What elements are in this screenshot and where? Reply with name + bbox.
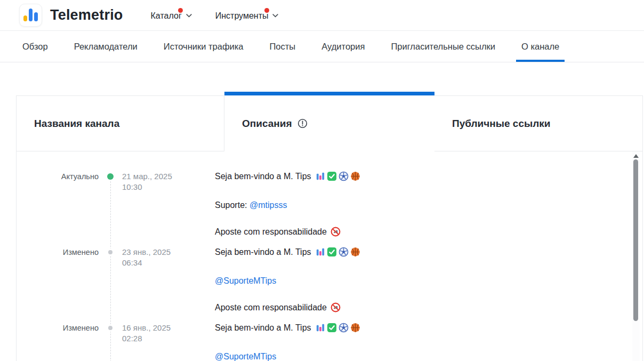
date-time: 23 янв., 202506:34 [122,246,215,316]
tab-traffic-sources[interactable]: Источники трафика [158,31,249,62]
description-line: @SuporteMTips [215,351,642,361]
timeline-row: Актуально21 мар., 202510:30Seja bem-vind… [17,171,642,240]
description-line: Aposte com responsabilidade 18 [215,302,642,316]
descriptions-timeline: Актуально21 мар., 202510:30Seja bem-vind… [17,151,642,361]
app-header: Telemetrio Каталог Инструменты [0,0,644,31]
date: 16 янв., 2025 [122,323,215,333]
basketball-emoji [350,323,360,336]
check-mark-emoji [327,247,337,260]
chevron-down-icon [186,14,192,18]
logo-bar-blue-tall [29,9,33,21]
soccer-ball-emoji [339,323,349,336]
bar-chart-emoji [315,247,325,260]
nav-catalog-label: Каталог [151,11,182,21]
description-text: Seja bem-vindo a M. Tips @SuporteMTips [215,322,642,361]
telemetrio-logo[interactable]: Telemetrio [19,4,123,27]
time: 02:28 [122,333,215,344]
description-line: Suporte: @mtipsss [215,199,642,211]
descriptions-content: Актуально21 мар., 202510:30Seja bem-vind… [16,151,643,361]
description-line: @SuporteMTips [215,275,642,287]
history-dot [108,326,112,330]
main-content: Названия каналаОписанияПубличные ссылки … [0,62,644,361]
date-time: 16 янв., 202502:28 [122,322,215,361]
date-time: 21 мар., 202510:30 [122,171,215,240]
status-label: Актуально [17,171,99,240]
timeline-dot-cell [99,246,122,316]
timeline-row: Изменено16 янв., 202502:28Seja bem-vindo… [17,322,642,361]
text-segment: Aposte com responsabilidade [215,227,329,236]
current-status-dot [107,173,114,180]
date: 21 мар., 2025 [122,171,215,182]
basketball-emoji [350,171,360,184]
date: 23 янв., 2025 [122,247,215,258]
basketball-emoji [350,247,360,260]
text-segment: Seja bem-vindo a M. Tips [215,172,313,181]
soccer-ball-emoji [339,171,349,184]
underage-18-emoji: 18 [331,227,341,240]
nav-tools[interactable]: Инструменты [215,10,279,21]
check-mark-emoji [327,171,337,184]
history-dot [108,250,112,254]
panel-tab-channel-names[interactable]: Названия канала [16,95,224,151]
notification-dot [178,8,183,13]
panel-tab-label: Публичные ссылки [452,118,550,130]
time: 10:30 [122,182,215,192]
panel-tab-label: Названия канала [34,118,119,130]
brand-name: Telemetrio [50,7,123,23]
tab-posts[interactable]: Посты [264,31,301,62]
telegram-username-link[interactable]: @mtipsss [249,200,287,210]
soccer-ball-emoji [339,247,349,260]
telemetrio-logo-icon [19,4,42,27]
description-line: Aposte com responsabilidade 18 [215,226,642,240]
text-segment: Aposte com responsabilidade [215,303,329,312]
chevron-down-icon [272,14,278,18]
underage-18-emoji: 18 [331,302,341,316]
bar-chart-emoji [315,171,325,184]
tab-about-channel[interactable]: О канале [516,31,565,62]
logo-bar-yellow [23,15,27,21]
nav-catalog[interactable]: Каталог [151,10,192,21]
info-icon [297,118,308,129]
logo-bar-blue-mid [34,12,38,21]
description-line: Seja bem-vindo a M. Tips [215,171,642,184]
panel-tab-descriptions[interactable]: Описания [224,92,434,151]
tab-advertisers[interactable]: Рекламодатели [69,31,143,62]
top-navigation: Каталог Инструменты [151,10,279,21]
timeline-dot-cell [99,171,122,240]
panel-tabs: Названия каналаОписанияПубличные ссылки [16,92,643,151]
panel-tab-public-links[interactable]: Публичные ссылки [434,95,643,151]
text-segment: Seja bem-vindo a M. Tips [215,323,313,332]
description-line: Seja bem-vindo a M. Tips [215,322,642,336]
about-channel-panel: Названия каналаОписанияПубличные ссылки … [16,92,643,361]
tab-overview[interactable]: Обзор [17,31,53,62]
channel-section-tabs: ОбзорРекламодателиИсточники трафикаПосты… [0,31,644,62]
scrollbar-thumb[interactable] [633,159,638,321]
telegram-username-link[interactable]: @SuporteMTips [215,352,276,361]
notification-dot [264,8,269,13]
description-line: Seja bem-vindo a M. Tips [215,246,642,260]
check-mark-emoji [327,323,337,336]
description-text: Seja bem-vindo a M. Tips Suporte: @mtips… [215,171,642,240]
status-label: Изменено [17,322,99,361]
panel-tab-label: Описания [242,118,292,130]
description-text: Seja bem-vindo a M. Tips @SuporteMTipsAp… [215,246,642,316]
bar-chart-emoji [315,323,325,336]
telegram-username-link[interactable]: @SuporteMTips [215,276,276,285]
text-segment: Seja bem-vindo a M. Tips [215,247,313,256]
text-segment: Suporte: [215,200,249,210]
nav-tools-label: Инструменты [215,11,269,21]
timeline-row: Изменено23 янв., 202506:34Seja bem-vindo… [17,246,642,316]
timeline-dot-cell [99,322,122,361]
time: 06:34 [122,258,215,268]
vertical-scrollbar[interactable] [632,151,640,361]
tab-invite-links[interactable]: Пригласительные ссылки [385,31,501,62]
tab-audience[interactable]: Аудитория [316,31,370,62]
status-label: Изменено [17,246,99,316]
scrollbar-up-arrow-icon[interactable] [633,154,639,158]
